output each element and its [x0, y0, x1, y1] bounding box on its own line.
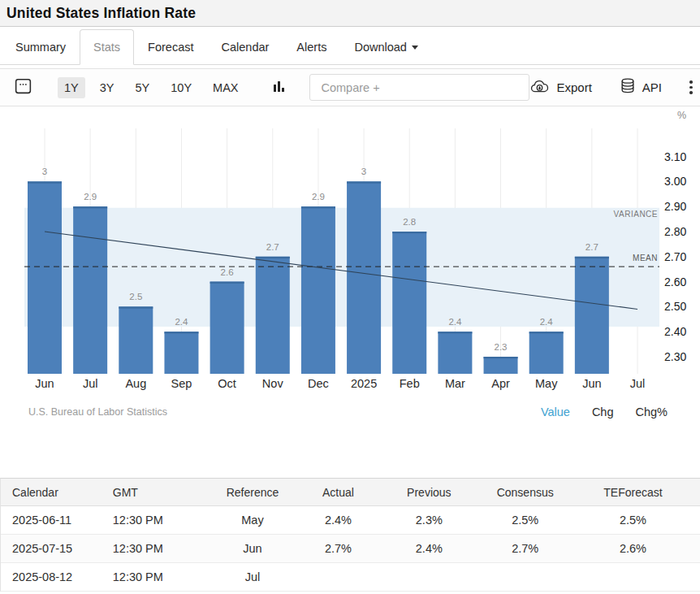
y-axis-tick-label: 2.90 — [664, 200, 686, 213]
tab-download[interactable]: Download — [340, 29, 432, 65]
y-axis-tick-label: 2.60 — [664, 275, 686, 288]
tab-alerts[interactable]: Alerts — [283, 29, 340, 65]
bar-value-label: 2.6 — [221, 267, 234, 277]
chart-type-button[interactable] — [272, 79, 287, 97]
compare-input[interactable] — [309, 74, 529, 101]
x-axis-label: Oct — [218, 377, 236, 390]
y-axis-tick-label: 3.10 — [664, 150, 686, 163]
bar-aug-2[interactable] — [119, 306, 153, 374]
inflation-bar-chart[interactable]: %2.302.402.502.602.702.802.903.003.1032.… — [0, 106, 700, 395]
bar-oct-4[interactable] — [210, 282, 244, 374]
table-cell: 12:30 PM — [113, 514, 211, 527]
tab-label: Forecast — [148, 41, 193, 54]
api-button[interactable]: API — [620, 77, 662, 98]
bar-top-edge — [575, 257, 609, 258]
column-header-teforecast: TEForecast — [574, 486, 700, 499]
table-cell: 2.7% — [476, 542, 574, 555]
y-axis-tick-label: 2.30 — [664, 350, 686, 363]
range-button-max[interactable]: MAX — [206, 77, 244, 98]
bar-jun-12[interactable] — [575, 257, 609, 374]
tab-label: Calendar — [222, 41, 270, 54]
tab-label: Summary — [15, 41, 66, 54]
range-button-1y[interactable]: 1Y — [58, 77, 85, 98]
bar-jul-1[interactable] — [73, 206, 107, 374]
x-axis-label: Aug — [125, 377, 146, 390]
series-link-chgpct[interactable]: Chg% — [636, 405, 668, 418]
calendar-icon — [13, 76, 33, 99]
bar-2025-7[interactable] — [347, 181, 381, 374]
bar-value-label: 2.9 — [84, 192, 97, 202]
range-button-3y[interactable]: 3Y — [93, 77, 121, 98]
export-label: Export — [556, 80, 591, 94]
table-cell: May — [210, 514, 294, 527]
bar-feb-8[interactable] — [392, 232, 426, 374]
x-axis-label: Feb — [400, 377, 420, 390]
series-link-chg[interactable]: Chg — [592, 405, 614, 418]
more-options-button[interactable] — [686, 77, 696, 98]
bar-value-label: 2.8 — [403, 217, 416, 227]
bar-top-edge — [28, 181, 62, 183]
bar-value-label: 3 — [361, 167, 366, 176]
column-header-reference: Reference — [210, 486, 294, 499]
data-source-label: U.S. Bureau of Labor Statistics — [28, 406, 167, 418]
bar-top-edge — [347, 181, 381, 183]
y-axis-unit-label: % — [677, 110, 686, 121]
x-axis-label: Jul — [83, 377, 98, 390]
y-axis-tick-label: 2.50 — [664, 300, 686, 313]
tab-stats[interactable]: Stats — [80, 29, 134, 65]
caret-down-icon — [412, 46, 418, 50]
column-header-consensus: Consensus — [476, 486, 574, 499]
bar-chart-icon — [272, 79, 287, 97]
bar-jun-0[interactable] — [28, 181, 62, 374]
x-axis-label: Sep — [171, 377, 192, 390]
bar-top-edge — [73, 206, 107, 208]
bar-value-label: 2.3 — [495, 342, 508, 352]
tab-forecast[interactable]: Forecast — [134, 29, 207, 65]
table-cell: 12:30 PM — [113, 570, 211, 583]
cloud-download-icon — [529, 79, 550, 97]
toolbar-right: Export API — [529, 77, 695, 98]
table-cell: 2025-07-15 — [1, 542, 113, 555]
range-button-5y[interactable]: 5Y — [129, 77, 157, 98]
title-bar: United States Inflation Rate — [0, 0, 700, 27]
table-cell: 2025-08-12 — [1, 570, 113, 583]
bar-dec-6[interactable] — [301, 206, 335, 374]
variance-label: VARIANCE — [614, 210, 658, 219]
table-row[interactable]: 2025-07-1512:30 PMJun2.7%2.4%2.7%2.6% — [1, 535, 700, 563]
bar-top-edge — [210, 282, 244, 284]
x-axis-label: Jun — [35, 377, 54, 390]
y-axis-tick-label: 2.40 — [664, 325, 686, 338]
api-label: API — [642, 80, 662, 94]
tab-label: Alerts — [296, 41, 326, 54]
range-button-10y[interactable]: 10Y — [164, 77, 198, 98]
bar-top-edge — [529, 332, 564, 333]
table-row[interactable]: 2025-06-1112:30 PMMay2.4%2.3%2.5%2.5% — [1, 506, 700, 535]
table-cell: 12:30 PM — [113, 542, 211, 555]
table-cell: 2.3% — [382, 514, 476, 527]
bar-value-label: 2.4 — [540, 317, 554, 327]
bar-may-11[interactable] — [529, 332, 564, 374]
calendar-table: CalendarGMTReferenceActualPreviousConsen… — [0, 478, 700, 592]
x-axis-label: 2025 — [351, 377, 377, 390]
x-axis-label: May — [535, 377, 558, 390]
bar-sep-3[interactable] — [164, 332, 198, 374]
export-button[interactable]: Export — [529, 79, 591, 97]
bar-nov-5[interactable] — [256, 257, 290, 374]
tab-calendar[interactable]: Calendar — [208, 29, 283, 65]
bar-value-label: 2.7 — [585, 242, 598, 252]
kebab-menu-icon — [689, 80, 693, 84]
y-axis-tick-label: 3.00 — [664, 175, 686, 188]
calendar-range-button[interactable] — [13, 76, 33, 99]
y-axis-tick-label: 2.70 — [664, 250, 686, 263]
table-row[interactable]: 2025-08-1212:30 PMJul — [1, 563, 700, 592]
bar-apr-10[interactable] — [484, 357, 518, 374]
tab-label: Download — [354, 41, 407, 54]
series-link-value[interactable]: Value — [541, 405, 570, 418]
tab-summary[interactable]: Summary — [2, 29, 80, 65]
bar-value-label: 2.4 — [448, 317, 462, 327]
chart-toolbar: 1Y3Y5Y10YMAX Export — [0, 68, 700, 106]
tab-label: Stats — [93, 41, 120, 54]
table-cell: 2.5% — [476, 514, 574, 527]
compare-field-wrap — [309, 74, 529, 101]
bar-mar-9[interactable] — [438, 332, 472, 374]
